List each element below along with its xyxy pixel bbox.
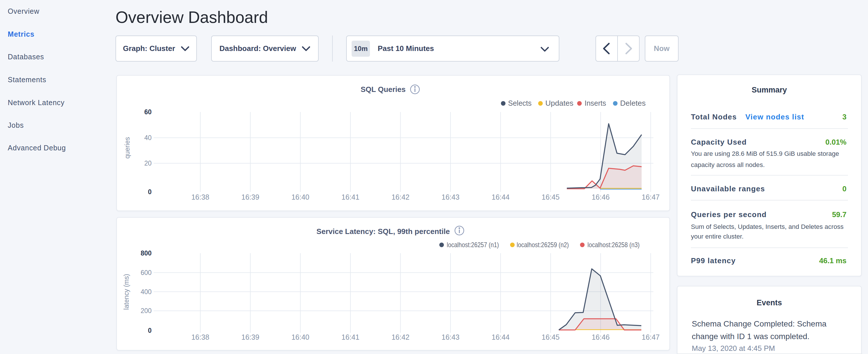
svg-text:20: 20 <box>144 160 152 167</box>
svg-text:16:41: 16:41 <box>342 193 360 201</box>
svg-text:200: 200 <box>141 307 152 315</box>
svg-text:0: 0 <box>148 188 152 196</box>
svg-text:16:43: 16:43 <box>442 193 460 201</box>
svg-text:Selects: Selects <box>508 99 532 107</box>
svg-text:400: 400 <box>141 288 152 296</box>
svg-text:16:40: 16:40 <box>291 333 309 341</box>
svg-text:16:47: 16:47 <box>642 193 660 201</box>
svg-text:16:45: 16:45 <box>541 333 560 341</box>
svg-text:Deletes: Deletes <box>620 99 646 107</box>
svg-text:queries: queries <box>124 137 131 158</box>
svg-text:600: 600 <box>141 269 152 277</box>
svg-text:40: 40 <box>144 134 152 141</box>
svg-text:16:46: 16:46 <box>592 333 610 341</box>
svg-text:16:44: 16:44 <box>492 333 510 341</box>
svg-text:16:40: 16:40 <box>291 193 309 201</box>
svg-text:16:45: 16:45 <box>541 193 560 201</box>
svg-text:16:44: 16:44 <box>492 193 510 201</box>
svg-text:Service Latency: SQL, 99th per: Service Latency: SQL, 99th percentile <box>316 227 450 236</box>
svg-text:16:39: 16:39 <box>241 193 259 201</box>
svg-text:16:42: 16:42 <box>392 193 409 201</box>
svg-text:60: 60 <box>144 108 152 116</box>
svg-text:SQL Queries: SQL Queries <box>361 85 405 94</box>
svg-text:16:43: 16:43 <box>442 333 460 341</box>
svg-text:localhost:26258 (n3): localhost:26258 (n3) <box>587 241 640 249</box>
svg-text:16:47: 16:47 <box>642 333 660 341</box>
svg-text:16:42: 16:42 <box>392 333 409 341</box>
svg-text:localhost:26259 (n2): localhost:26259 (n2) <box>517 241 569 249</box>
svg-text:Updates: Updates <box>545 99 574 107</box>
svg-text:800: 800 <box>141 250 152 257</box>
svg-text:16:46: 16:46 <box>592 193 610 201</box>
svg-text:16:38: 16:38 <box>191 333 210 341</box>
svg-text:0: 0 <box>148 327 152 334</box>
svg-text:16:41: 16:41 <box>342 333 360 341</box>
svg-text:16:38: 16:38 <box>191 193 210 201</box>
svg-text:16:39: 16:39 <box>241 333 259 341</box>
svg-text:Inserts: Inserts <box>585 99 606 107</box>
svg-text:latency (ms): latency (ms) <box>123 274 130 310</box>
svg-text:localhost:26257 (n1): localhost:26257 (n1) <box>447 241 499 249</box>
